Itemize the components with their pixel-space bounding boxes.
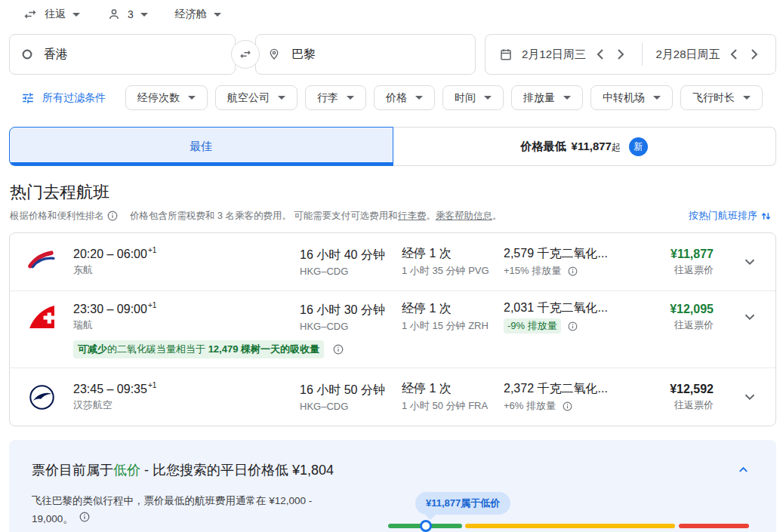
baggage-fees-link[interactable]: 行李费	[398, 210, 427, 223]
price: ¥12,592	[662, 383, 714, 396]
trip-options-bar: 往返 3 经济舱	[0, 0, 783, 28]
cabin-class-selector[interactable]: 经济舱	[175, 8, 221, 21]
departure-date-previous-button[interactable]	[589, 44, 610, 65]
flight-row-china-eastern[interactable]: 20:20 – 06:00+1 东航 16 小时 40 分钟 HKG–CDG 经…	[10, 233, 775, 291]
ranking-disclaimer: 根据价格和便利性排名 价格包含所需税费和 3 名乘客的费用。 可能需要支付可选费…	[10, 210, 501, 223]
trip-type-price-label: 往返票价	[662, 398, 714, 412]
chevron-down-icon	[140, 13, 148, 17]
trip-type-selector[interactable]: 往返	[23, 7, 80, 22]
swiss-logo	[28, 303, 56, 331]
tune-filter-icon	[21, 91, 35, 105]
location-pin-icon	[268, 48, 280, 61]
chip-label: 时间	[455, 91, 476, 105]
tab-cheapest[interactable]: 价格最低 ¥11,877起 新	[393, 127, 777, 166]
passenger-assistance-link[interactable]: 乘客帮助信息	[436, 210, 492, 223]
chevron-down-icon	[653, 96, 661, 100]
section-title: 热门去程航班	[10, 181, 783, 204]
person-icon	[107, 8, 121, 21]
flight-results-page: 往返 3 经济舱 香港	[0, 0, 783, 532]
slider-typical-range	[465, 524, 675, 528]
filter-chip-emissions[interactable]: 排放量	[511, 85, 583, 110]
departure-arrival-times: 23:30 – 09:00+1	[73, 302, 300, 316]
price: ¥12,095	[662, 303, 714, 316]
info-icon[interactable]	[568, 321, 578, 331]
flight-duration: 16 小时 30 分钟	[300, 303, 402, 318]
destination-field[interactable]: 巴黎	[255, 34, 476, 75]
return-date-previous-button[interactable]	[723, 44, 744, 65]
destination-value: 巴黎	[291, 47, 316, 63]
trip-type-label: 往返	[45, 8, 66, 21]
chevron-down-icon	[484, 96, 492, 100]
filter-chip-stops[interactable]: 经停次数	[125, 85, 208, 110]
route: HKG–CDG	[300, 266, 402, 277]
price: ¥11,877	[662, 248, 714, 261]
filter-chip-duration[interactable]: 飞行时长	[680, 85, 763, 110]
price-note: 价格包含所需税费和 3 名乘客的费用。 可能需要支付可选费用和	[130, 210, 398, 223]
slider-high-range	[679, 524, 749, 528]
price-history-slider: ¥11,877属于低价 ¥12,000 ¥19,000	[388, 492, 749, 532]
flight-row-swiss[interactable]: 23:30 – 09:00+1 瑞航 16 小时 30 分钟 HKG–CDG 经…	[10, 291, 775, 368]
filter-chip-connecting-airports[interactable]: 中转机场	[590, 85, 673, 110]
departure-date-group: 2月12日周三	[513, 44, 637, 65]
departure-arrival-times: 23:45 – 09:35+1	[73, 382, 300, 396]
chevron-down-icon	[743, 96, 751, 100]
filter-chip-airlines[interactable]: 航空公司	[215, 85, 297, 110]
chevron-down-icon	[563, 96, 571, 100]
stops: 经停 1 次	[402, 381, 504, 397]
passenger-selector[interactable]: 3	[107, 8, 148, 21]
info-icon[interactable]	[563, 401, 572, 411]
emissions-delta: +6% 排放量	[504, 399, 556, 413]
layover-detail: 1 小时 50 分钟 FRA	[402, 399, 504, 413]
departure-date-next-button[interactable]	[610, 44, 631, 65]
layover-detail: 1 小时 15 分钟 ZRH	[402, 319, 504, 333]
swap-origin-destination-button[interactable]	[231, 40, 260, 69]
tab-best-label: 最佳	[190, 140, 212, 154]
expand-flight-button[interactable]	[735, 308, 765, 326]
tab-cheapest-price: ¥11,877起	[572, 140, 621, 154]
chip-label: 航空公司	[227, 91, 270, 105]
airline-name: 汉莎航空	[73, 398, 300, 412]
filter-chip-price[interactable]: 价格	[374, 85, 435, 110]
collapse-insights-button[interactable]	[733, 460, 754, 480]
cabin-class-label: 经济舱	[175, 8, 207, 21]
punctuation: 。	[426, 210, 436, 223]
return-date-group: 2月28日周五	[647, 44, 772, 65]
expand-flight-button[interactable]	[735, 253, 765, 271]
origin-field[interactable]: 香港	[9, 34, 236, 75]
return-date[interactable]: 2月28日周五	[656, 48, 720, 62]
chevron-up-icon	[736, 463, 751, 477]
info-icon[interactable]	[107, 211, 118, 221]
info-icon[interactable]	[79, 512, 90, 522]
punctuation: 。	[492, 210, 502, 223]
trip-type-price-label: 往返票价	[662, 263, 714, 277]
filter-chip-bags[interactable]: 行李	[305, 85, 366, 110]
current-price-tooltip: ¥11,877属于低价	[415, 492, 510, 515]
carbon-emissions: 2,031 千克二氧化...	[504, 300, 662, 316]
airline-name: 东航	[73, 263, 300, 277]
filter-chip-times[interactable]: 时间	[442, 85, 504, 110]
chevron-down-icon	[188, 96, 196, 100]
info-icon[interactable]	[333, 344, 344, 355]
departure-date[interactable]: 2月12日周三	[522, 48, 586, 62]
price-insights-panel: 票价目前属于低价 - 比您搜索的平日价格低 ¥1,804 飞往巴黎的类似行程中，…	[9, 440, 776, 532]
swap-arrows-icon	[239, 48, 252, 61]
sort-by-button[interactable]: 按热门航班排序	[689, 209, 772, 223]
tab-cheapest-label: 价格最低	[521, 140, 566, 154]
airline-name: 瑞航	[73, 318, 300, 332]
return-date-next-button[interactable]	[744, 44, 766, 65]
all-filters-button[interactable]: 所有过滤条件	[21, 91, 106, 105]
china-eastern-logo	[28, 248, 56, 276]
flight-row-lufthansa[interactable]: 23:45 – 09:35+1 汉莎航空 16 小时 50 分钟 HKG–CDG…	[10, 368, 775, 426]
chevron-down-icon	[415, 96, 423, 100]
date-range-field: 2月12日周三 2月28日周五	[485, 34, 776, 75]
trip-type-price-label: 往返票价	[662, 318, 714, 332]
emissions-savings-banner-line: 可减少的二氧化碳当量相当于 12,479 棵树一天的吸收量	[73, 340, 765, 358]
tab-best[interactable]: 最佳	[9, 127, 393, 166]
expand-flight-button[interactable]	[735, 388, 765, 406]
chevron-down-icon	[278, 96, 285, 100]
chip-label: 中转机场	[603, 91, 645, 105]
chip-label: 飞行时长	[692, 91, 735, 105]
chevron-down-icon	[741, 309, 758, 325]
info-icon[interactable]	[568, 266, 578, 276]
current-price-marker	[420, 520, 432, 532]
